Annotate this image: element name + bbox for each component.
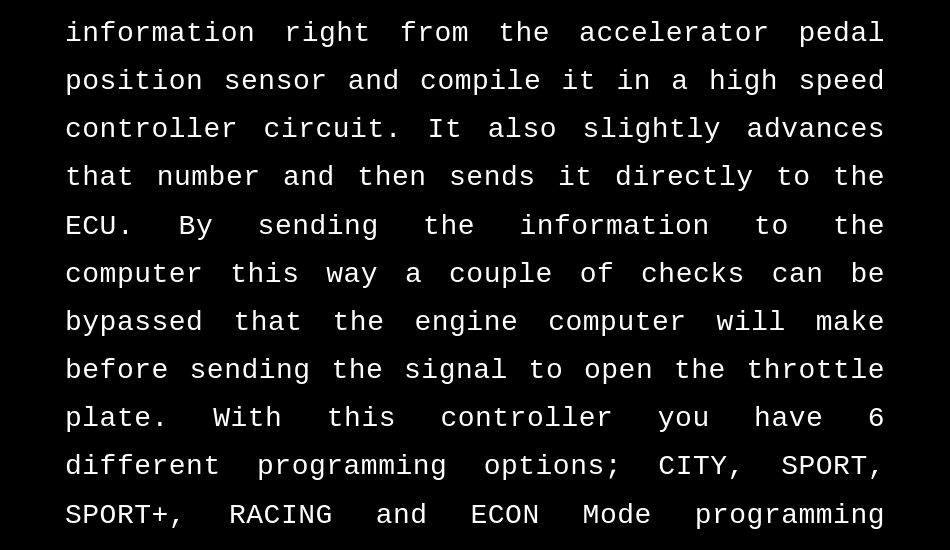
content-container: information right from the accelerator p… <box>0 0 950 550</box>
body-text: information right from the accelerator p… <box>65 10 885 550</box>
